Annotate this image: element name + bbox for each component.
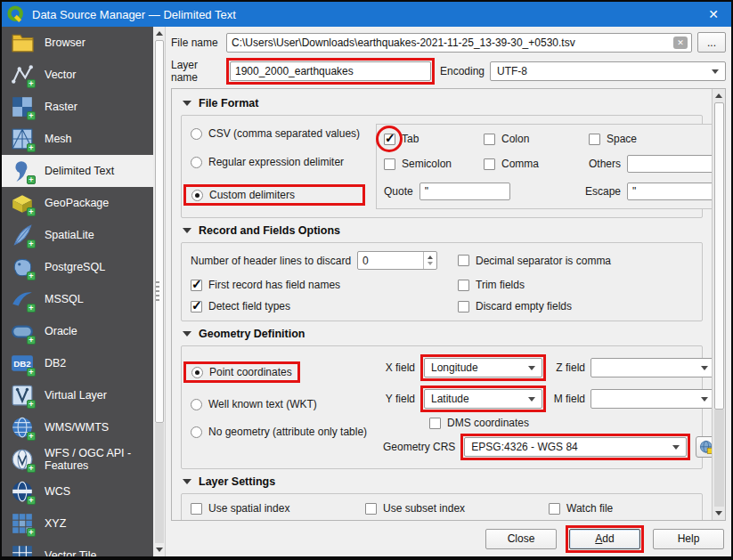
x-field-select[interactable]: Longitude	[424, 358, 542, 377]
scrollbar-thumb[interactable]	[714, 102, 724, 410]
sidebar-item-label: Oracle	[45, 325, 77, 337]
checkbox-icon	[429, 418, 441, 429]
chevron-down-icon	[672, 445, 680, 450]
sidebar-item-db2[interactable]: DB2 DB2	[2, 347, 153, 379]
sidebar-item-wms-wmts[interactable]: WMS/WMTS	[2, 411, 153, 443]
checkbox-dms-coordinates[interactable]: DMS coordinates	[429, 417, 529, 429]
checkbox-icon	[458, 280, 469, 291]
sidebar-item-browser[interactable]: Browser	[2, 27, 153, 59]
wfs-icon	[11, 448, 34, 471]
oracle-icon	[11, 320, 34, 343]
escape-input[interactable]	[627, 183, 712, 200]
checkbox-icon	[384, 158, 395, 170]
sidebar-item-label: MSSQL	[45, 293, 84, 305]
select-crs-button[interactable]	[696, 436, 712, 458]
z-field-label: Z field	[551, 361, 585, 374]
sidebar-item-postgresql[interactable]: PostgreSQL	[2, 251, 153, 283]
radio-csv[interactable]: CSV (comma separated values)	[191, 127, 365, 140]
checkbox-decimal-separator-comma[interactable]: Decimal separator is comma	[458, 255, 693, 267]
chevron-down-icon	[528, 366, 535, 370]
encoding-label: Encoding	[440, 65, 485, 77]
browse-file-button[interactable]: ...	[697, 32, 726, 53]
sidebar-item-vector-tile[interactable]: Vector Tile	[2, 540, 153, 556]
checkbox-colon[interactable]: Colon	[484, 133, 589, 145]
sidebar-item-mssql[interactable]: MSSQL	[2, 283, 153, 315]
quote-input[interactable]	[419, 183, 510, 200]
encoding-select[interactable]: UTF-8	[490, 61, 726, 81]
sidebar-item-oracle[interactable]: Oracle	[2, 315, 153, 347]
collapse-arrow-icon	[183, 479, 191, 484]
options-scroll-area: File Format CSV (comma separated values)…	[171, 88, 726, 521]
sidebar-scrollbar[interactable]	[153, 27, 166, 556]
z-field-select[interactable]	[590, 358, 712, 377]
checkbox-use-spatial-index[interactable]: Use spatial index	[191, 502, 365, 515]
scrollbar-track[interactable]	[155, 423, 164, 543]
sidebar-item-spatialite[interactable]: SpatiaLite	[2, 219, 153, 251]
sidebar-item-xyz[interactable]: XYZ	[2, 507, 153, 540]
add-layer-badge-icon	[27, 304, 36, 312]
scroll-down-icon[interactable]	[156, 548, 163, 552]
file-name-label: File name	[171, 37, 221, 49]
radio-custom-delimiters[interactable]: Custom delimiters	[191, 189, 295, 201]
clear-file-icon[interactable]	[673, 37, 688, 49]
wcs-icon	[11, 480, 34, 503]
sidebar-item-wfs-ogc-api-features[interactable]: WFS / OGC API - Features	[2, 443, 153, 475]
sidebar-item-mesh[interactable]: Mesh	[2, 123, 153, 155]
add-layer-badge-icon	[27, 432, 36, 441]
chevron-down-icon	[712, 69, 719, 74]
section-layer-settings[interactable]: Layer Settings	[183, 475, 704, 488]
checkbox-semicolon[interactable]: Semicolon	[384, 158, 484, 170]
checkbox-icon	[484, 158, 495, 170]
scroll-down-icon[interactable]	[715, 511, 722, 515]
sidebar-item-geopackage[interactable]: GeoPackage	[2, 187, 153, 219]
sidebar-item-virtual-layer[interactable]: Virtual Layer	[2, 379, 153, 411]
splitter-handle[interactable]	[156, 281, 159, 301]
scroll-up-icon[interactable]	[715, 93, 722, 98]
checkbox-watch-file[interactable]: Watch file	[549, 502, 693, 515]
scrollbar-thumb[interactable]	[155, 40, 164, 423]
y-field-select[interactable]: Latitude	[424, 389, 542, 409]
close-button[interactable]: Close	[485, 529, 557, 549]
section-file-format[interactable]: File Format	[183, 97, 704, 110]
collapse-arrow-icon	[183, 101, 191, 106]
sidebar-item-delimited-text[interactable]: Delimited Text	[2, 155, 153, 187]
help-button[interactable]: Help	[653, 529, 724, 549]
checkbox-space[interactable]: Space	[589, 133, 712, 145]
radio-point-coordinates[interactable]: Point coordinates	[191, 366, 292, 378]
section-record-fields-options[interactable]: Record and Fields Options	[183, 224, 704, 237]
checkbox-first-record-field-names[interactable]: First record has field names	[191, 279, 458, 291]
checkbox-use-subset-index[interactable]: Use subset index	[365, 502, 549, 515]
sidebar-item-wcs[interactable]: WCS	[2, 475, 153, 507]
checkbox-discard-empty-fields[interactable]: Discard empty fields	[458, 300, 693, 312]
section-geometry-definition[interactable]: Geometry Definition	[183, 328, 704, 340]
form-scrollbar[interactable]	[712, 89, 725, 520]
close-icon[interactable]: ✕	[704, 7, 722, 21]
spinner-buttons[interactable]	[423, 252, 436, 269]
m-field-select[interactable]	[590, 389, 712, 409]
radio-regex-delimiter[interactable]: Regular expression delimiter	[191, 156, 365, 168]
sidebar-item-vector[interactable]: Vector	[2, 59, 153, 91]
virtual-layer-icon	[11, 384, 34, 407]
sidebar-item-raster[interactable]: Raster	[2, 91, 153, 123]
scrollbar-track[interactable]	[714, 410, 724, 507]
postgresql-icon	[11, 256, 34, 279]
spin-up-icon[interactable]	[428, 256, 433, 259]
checkbox-trim-fields[interactable]: Trim fields	[458, 279, 693, 291]
chevron-down-icon	[701, 366, 708, 370]
geometry-crs-select[interactable]: EPSG:4326 - WGS 84	[464, 437, 687, 457]
annotation-box-add-button: Add	[566, 525, 644, 553]
layer-name-input[interactable]	[230, 61, 431, 81]
annotation-box-custom-delimiters: Custom delimiters	[183, 184, 365, 206]
scroll-up-icon[interactable]	[156, 31, 163, 36]
file-name-input[interactable]	[226, 33, 692, 53]
annotation-box-layer-name	[226, 58, 435, 85]
header-lines-spinner[interactable]: 0	[357, 251, 437, 270]
add-button[interactable]: Add	[569, 529, 640, 549]
checkbox-tab[interactable]: Tab	[384, 133, 484, 145]
spin-down-icon[interactable]	[428, 262, 433, 265]
others-input[interactable]	[627, 155, 712, 173]
radio-no-geometry[interactable]: No geometry (attribute only table)	[191, 426, 376, 438]
radio-well-known-text[interactable]: Well known text (WKT)	[191, 398, 376, 410]
checkbox-detect-field-types[interactable]: Detect field types	[191, 300, 458, 312]
checkbox-comma[interactable]: Comma	[484, 158, 589, 170]
